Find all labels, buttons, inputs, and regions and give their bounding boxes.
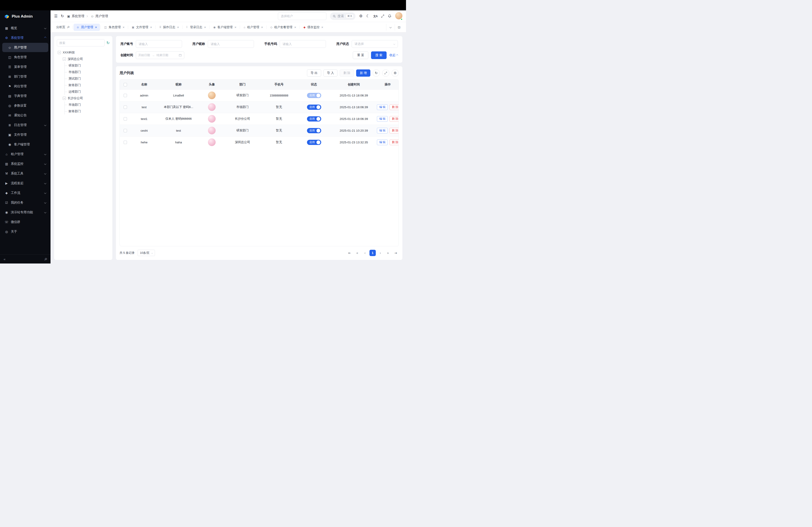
sidebar-pin-icon[interactable]: ⚲ bbox=[43, 257, 48, 261]
collapse-sidebar-icon[interactable]: « bbox=[4, 257, 5, 261]
prev-5-pages-button[interactable]: « bbox=[354, 250, 360, 256]
tab[interactable]: ▣ 文件管理 × bbox=[129, 24, 155, 31]
tab[interactable]: ◆ 缓存监控 × bbox=[301, 24, 326, 31]
tab-list-dropdown-icon[interactable] bbox=[386, 24, 395, 31]
tab-close-icon[interactable]: × bbox=[177, 26, 179, 29]
refresh-icon[interactable]: ↻ bbox=[61, 14, 64, 18]
menu-toggle-icon[interactable]: ☰ bbox=[54, 14, 58, 18]
tree-node[interactable]: 财务部门 bbox=[57, 108, 110, 115]
tree-node[interactable]: 市场部门 bbox=[57, 102, 110, 108]
tab[interactable]: ◫ 角色管理 × bbox=[101, 24, 128, 31]
search-button[interactable]: 搜 索 bbox=[371, 51, 387, 59]
tab-close-icon[interactable]: × bbox=[122, 26, 125, 29]
tree-node[interactable]: − 深圳总公司 bbox=[57, 56, 110, 62]
row-delete-button[interactable]: 删 除 bbox=[390, 128, 398, 133]
sidebar-item[interactable]: ☰ 菜单管理 bbox=[2, 62, 48, 72]
sidebar-item[interactable]: ◉ 客户端管理 bbox=[2, 140, 48, 149]
sidebar-item[interactable]: ⚑ 岗位管理 bbox=[2, 81, 48, 91]
sidebar-item[interactable]: ◉ 演示站专用功能 bbox=[2, 208, 48, 217]
filter-select[interactable]: 请选择 bbox=[352, 40, 398, 48]
export-button[interactable]: 导 出 bbox=[307, 70, 321, 77]
notification-bell-icon[interactable] bbox=[388, 14, 392, 18]
sidebar-item[interactable]: ◎ 关于 bbox=[2, 227, 48, 236]
tab[interactable]: ⠿ 操作日志 × bbox=[156, 24, 182, 31]
select-all-checkbox[interactable] bbox=[124, 83, 127, 86]
dark-mode-icon[interactable]: ☾ bbox=[366, 14, 369, 18]
tree-node[interactable]: − 长沙分公司 bbox=[57, 95, 110, 102]
sidebar-item[interactable]: ◫ 角色管理 bbox=[2, 52, 48, 62]
tree-node[interactable]: 运维部门 bbox=[57, 88, 110, 95]
tab-close-icon[interactable]: × bbox=[204, 26, 206, 29]
edit-button[interactable]: 编 辑 bbox=[377, 139, 388, 145]
sidebar-item[interactable]: ⊞ 部门管理 bbox=[2, 72, 48, 81]
app-logo[interactable]: Plus Admin bbox=[0, 10, 50, 22]
prev-page-button[interactable]: ‹ bbox=[362, 250, 368, 256]
sidebar-item[interactable]: ◎ 参数设置 bbox=[2, 101, 48, 110]
filter-input[interactable] bbox=[280, 40, 326, 48]
page-size-select[interactable]: 10条/页 bbox=[137, 250, 155, 256]
tree-collapse-icon[interactable]: − bbox=[63, 58, 66, 61]
tree-refresh-icon[interactable]: ↻ bbox=[106, 41, 110, 45]
tree-node[interactable]: 测试部门 bbox=[57, 75, 110, 82]
status-toggle[interactable]: 启用 bbox=[307, 105, 321, 110]
status-toggle[interactable]: 启用 bbox=[307, 128, 321, 133]
add-button[interactable]: 新 增 bbox=[356, 70, 371, 77]
language-icon[interactable]: 文A bbox=[373, 15, 378, 18]
row-checkbox[interactable] bbox=[124, 141, 127, 144]
edit-button[interactable]: 编 辑 bbox=[377, 128, 388, 133]
tab-close-icon[interactable]: × bbox=[234, 26, 236, 29]
fullscreen-icon[interactable]: ⤢ bbox=[381, 14, 384, 18]
tab[interactable]: ◉ 客户端管理 × bbox=[210, 24, 239, 31]
pin-icon[interactable]: ⚲ bbox=[66, 25, 70, 29]
edit-button[interactable]: 编 辑 bbox=[377, 104, 388, 110]
tree-node[interactable]: 研发部门 bbox=[57, 62, 110, 69]
tree-node[interactable]: − XXX科技 bbox=[57, 49, 110, 56]
collapse-filters-link[interactable]: 收起 bbox=[389, 53, 398, 57]
global-search[interactable]: 搜索 ⌘ K bbox=[330, 12, 356, 20]
tab-close-icon[interactable]: × bbox=[150, 26, 152, 29]
import-button[interactable]: 导 入 bbox=[323, 70, 338, 77]
table-refresh-icon[interactable]: ↻ bbox=[373, 70, 380, 77]
row-delete-button[interactable]: 删 除 bbox=[390, 104, 398, 110]
tab[interactable]: 分析页 ⚲ bbox=[53, 24, 72, 31]
date-range-picker[interactable]: 开始日期 → 结束日期 bbox=[136, 51, 184, 59]
breadcrumb-item[interactable]: ☺ 用户管理 bbox=[86, 14, 108, 18]
user-avatar[interactable] bbox=[395, 12, 402, 20]
sidebar-item[interactable]: ≣ 日志管理 bbox=[2, 120, 48, 130]
filter-input[interactable] bbox=[208, 40, 254, 48]
sidebar-item[interactable]: ☑ 我的任务 bbox=[2, 198, 48, 207]
sidebar-item[interactable]: ☺ 用户管理 bbox=[2, 43, 48, 52]
last-page-button[interactable]: ⇥ bbox=[392, 250, 399, 256]
next-page-button[interactable]: › bbox=[377, 250, 383, 256]
sidebar-item[interactable]: ☏ 微信群 bbox=[2, 217, 48, 227]
sidebar-item[interactable]: ▥ 系统监控 bbox=[2, 159, 48, 168]
tab-fullscreen-icon[interactable]: ⊡ bbox=[395, 24, 403, 31]
sidebar-item[interactable]: ◆ 工作流 bbox=[2, 188, 48, 197]
delete-button[interactable]: 删 除 bbox=[340, 70, 354, 77]
tab[interactable]: ◇ 租户套餐管理 × bbox=[267, 24, 299, 31]
sidebar-item[interactable]: ▤ 字典管理 bbox=[2, 91, 48, 101]
tab[interactable]: ⌂ 租户管理 × bbox=[241, 24, 266, 31]
tab-close-icon[interactable]: × bbox=[321, 26, 323, 29]
sidebar-item[interactable]: ⚙ 系统管理 bbox=[2, 33, 48, 42]
sidebar-item[interactable]: ⚒ 系统工具 bbox=[2, 169, 48, 178]
next-5-pages-button[interactable]: » bbox=[385, 250, 391, 256]
sidebar-item[interactable]: ⌂ 租户管理 bbox=[2, 149, 48, 159]
tree-node[interactable]: 市场部门 bbox=[57, 69, 110, 75]
filter-input[interactable] bbox=[136, 40, 182, 48]
table-settings-icon[interactable]: ⚙ bbox=[392, 70, 399, 77]
status-toggle[interactable]: 启用 bbox=[307, 140, 321, 145]
sidebar-item[interactable]: ✉ 通知公告 bbox=[2, 111, 48, 120]
row-checkbox[interactable] bbox=[124, 117, 127, 121]
row-delete-button[interactable]: 删 除 bbox=[390, 116, 398, 122]
tab-close-icon[interactable]: × bbox=[294, 26, 296, 29]
sidebar-item[interactable]: ▶ 流程发起 bbox=[2, 179, 48, 188]
reset-button[interactable]: 重 置 bbox=[353, 51, 368, 59]
tree-collapse-icon[interactable]: − bbox=[58, 51, 61, 54]
current-page-button[interactable]: 1 bbox=[369, 250, 376, 256]
sidebar-item[interactable]: ▦ 概览 bbox=[2, 24, 48, 33]
tree-node[interactable]: 财务部门 bbox=[57, 82, 110, 88]
row-checkbox[interactable] bbox=[124, 105, 127, 109]
tab-close-icon[interactable]: × bbox=[261, 26, 263, 29]
status-toggle[interactable]: 启用 bbox=[307, 93, 321, 98]
